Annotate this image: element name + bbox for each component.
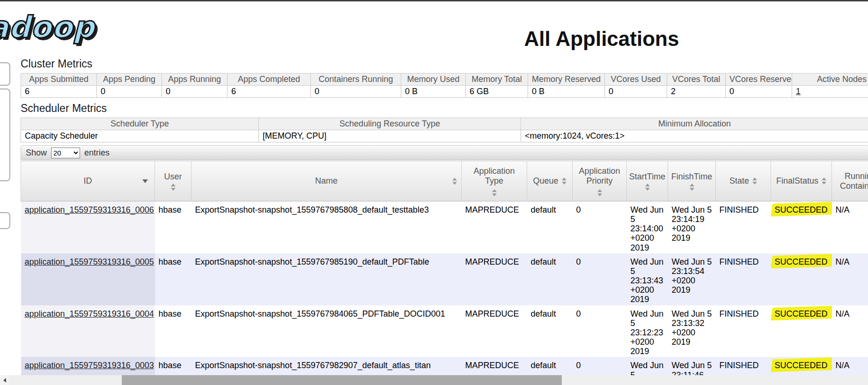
final-status-highlight: SUCCEEDED (775, 257, 828, 267)
scheduler-metrics-heading: Scheduler Metrics (21, 102, 868, 115)
cell-starttime: Wed Jun 5 23:14:00 +0200 2019 (627, 201, 668, 253)
cell-name: ExportSnapshot-snapshot_1559767985808_de… (191, 201, 462, 253)
cell-name: ExportSnapshot-snapshot_1559767985190_de… (191, 253, 462, 305)
sort-both-icon (690, 184, 694, 191)
column-header-scheduling-resource-type: Scheduling Resource Type (259, 118, 521, 130)
column-label: FinishTime (671, 172, 712, 182)
page-title: All Applications (524, 27, 679, 51)
metric-value-minimum-allocation: <memory:1024, vCores:1> (521, 130, 868, 142)
column-header-queue[interactable]: Queue (527, 161, 573, 201)
sort-both-icon (171, 184, 176, 191)
cell-finalstatus: SUCCEEDED (771, 253, 832, 305)
column-header-vcores-total: VCores Total (667, 74, 726, 86)
column-header-id[interactable]: ID (21, 161, 155, 201)
cluster-metrics-table: Apps SubmittedApps PendingApps RunningAp… (21, 73, 868, 98)
column-header-apps-submitted: Apps Submitted (21, 74, 97, 86)
cell-id: application_1559759319316_0004 (21, 305, 155, 357)
final-status-highlight: SUCCEEDED (775, 205, 828, 215)
sort-both-icon (645, 184, 650, 191)
metric-value-containers-running: 0 (311, 86, 401, 98)
application-link[interactable]: application_1559759319316_0006 (25, 205, 154, 215)
column-header-application-type[interactable]: Application Type (462, 161, 527, 201)
cell-finishtime: Wed Jun 5 23:11:46 +0200 (668, 357, 716, 377)
cell-user: hbase (155, 201, 191, 253)
cell-finishtime: Wed Jun 5 23:14:19 +0200 2019 (668, 201, 716, 253)
cell-queue: default (527, 201, 573, 253)
final-status-text: SUCCEEDED (775, 361, 828, 370)
column-label: StartTime (629, 172, 665, 182)
horizontal-scrollbar[interactable] (0, 375, 868, 385)
cell-application-priority: 0 (573, 357, 627, 377)
cell-finalstatus: SUCCEEDED (771, 357, 832, 377)
column-header-starttime[interactable]: StartTime (627, 161, 668, 201)
column-header-finalstatus[interactable]: FinalStatus (771, 161, 832, 201)
sort-both-icon (752, 178, 757, 185)
column-header-user[interactable]: User (155, 161, 191, 201)
final-status-text: SUCCEEDED (775, 257, 828, 267)
column-header-containers-running: Containers Running (311, 74, 401, 86)
cell-running-containers: N/A (832, 201, 868, 253)
metric-value-active-nodes: 1 (792, 86, 868, 98)
cell-id: application_1559759319316_0006 (21, 201, 155, 253)
scrollbar-thumb[interactable] (122, 375, 562, 385)
cluster-metrics-heading: Cluster Metrics (21, 58, 868, 70)
cell-state: FINISHED (716, 253, 771, 305)
column-header-finishtime[interactable]: FinishTime (668, 161, 716, 201)
scroll-left-button[interactable] (0, 375, 9, 385)
cell-id: application_1559759319316_0003 (21, 357, 155, 377)
final-status-highlight: SUCCEEDED (775, 309, 828, 318)
cell-name: ExportSnapshot-snapshot_1559767984065_PD… (191, 305, 462, 357)
cell-user: hbase (155, 253, 191, 305)
table-length-toolbar: Show 20 entries (21, 145, 868, 160)
cell-running-containers: N/A (832, 253, 868, 305)
sort-both-icon (562, 178, 566, 185)
column-header-apps-pending: Apps Pending (97, 74, 162, 86)
column-label: User (164, 172, 182, 182)
application-link[interactable]: application_1559759319316_0003 (25, 361, 154, 370)
show-label: Show (26, 148, 47, 158)
cell-user: hbase (155, 305, 191, 357)
sort-both-icon (822, 178, 826, 185)
metric-value-apps-submitted: 6 (21, 86, 97, 98)
column-header-memory-reserved: Memory Reserved (528, 74, 605, 86)
metric-value-scheduler-type: Capacity Scheduler (21, 130, 259, 142)
column-header-name[interactable]: Name (191, 161, 462, 201)
column-header-application-priority[interactable]: Application Priority (573, 161, 627, 201)
column-header-memory-total: Memory Total (466, 74, 528, 86)
column-header-scheduler-type: Scheduler Type (21, 118, 259, 130)
cell-finishtime: Wed Jun 5 23:13:32 +0200 2019 (668, 305, 716, 357)
metric-value-apps-completed: 6 (228, 86, 311, 98)
page-size-select[interactable]: 20 (51, 148, 80, 158)
cell-running-containers: N/A (832, 305, 868, 357)
scroll-left-arrow-icon (3, 378, 6, 383)
active-nodes-link[interactable]: 1 (796, 87, 801, 96)
cell-application-type: MAPREDUCE (462, 201, 527, 253)
metric-value-memory-reserved: 0 B (528, 86, 605, 98)
column-label: State (729, 176, 749, 186)
metric-value-memory-used: 0 B (401, 86, 466, 98)
metric-value-scheduling-resource-type: [MEMORY, CPU] (259, 130, 521, 142)
column-header-minimum-allocation: Minimum Allocation (521, 118, 868, 130)
cell-id: application_1559759319316_0005 (21, 253, 155, 305)
sort-both-icon (597, 189, 602, 196)
column-header-running-containers[interactable]: Running Containers (832, 161, 868, 201)
column-label: Application Priority (574, 166, 625, 186)
cell-starttime: Wed Jun 5 23:12:23 +0200 2019 (627, 305, 668, 357)
final-status-highlight: SUCCEEDED (775, 361, 828, 370)
metric-value-vcores-total: 2 (667, 86, 726, 98)
cell-state: FINISHED (716, 357, 771, 377)
cell-running-containers: N/A (832, 357, 868, 377)
cell-queue: default (527, 253, 573, 305)
cell-application-type: MAPREDUCE (462, 305, 527, 357)
column-label: ID (84, 176, 92, 186)
main-content: hadoop All Applications Cluster Metrics … (0, 1, 868, 377)
application-link[interactable]: application_1559759319316_0004 (25, 309, 154, 318)
application-link[interactable]: application_1559759319316_0005 (25, 257, 154, 267)
scheduler-metrics-table: Scheduler TypeScheduling Resource TypeMi… (21, 118, 868, 142)
cell-queue: default (527, 357, 573, 377)
cell-starttime: Wed Jun 5 23:06:01 (627, 357, 668, 377)
column-header-state[interactable]: State (716, 161, 771, 201)
cell-user: hbase (155, 357, 191, 377)
column-header-memory-used: Memory Used (401, 74, 466, 86)
cell-application-priority: 0 (573, 305, 627, 357)
